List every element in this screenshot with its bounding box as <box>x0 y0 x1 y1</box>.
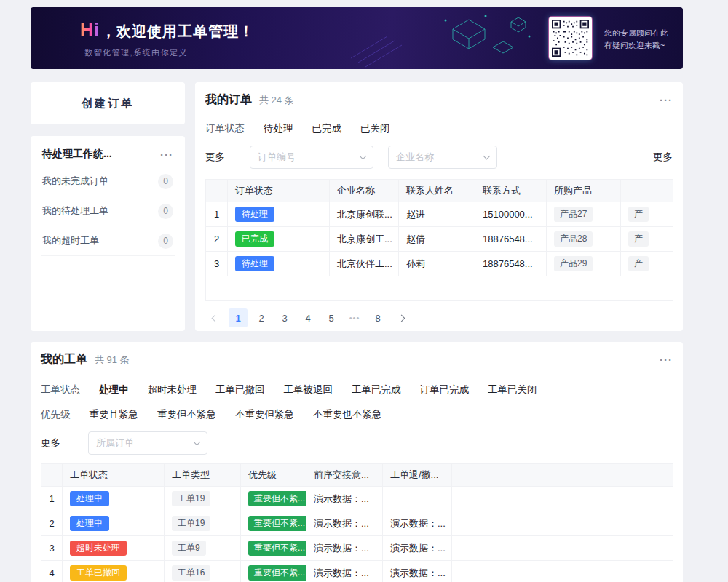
cell-priority: 重要但不紧... <box>241 536 306 561</box>
chevron-left-icon[interactable] <box>205 308 224 327</box>
filter-option-returned[interactable]: 工单被退回 <box>284 383 333 396</box>
cell-company: 北京伙伴工... <box>330 252 399 276</box>
more-filters-link[interactable]: 更多 <box>205 151 225 164</box>
filter-option-order-done[interactable]: 订单已完成 <box>420 383 470 396</box>
row-index: 2 <box>41 511 63 536</box>
cell-order-status: 已完成 <box>228 227 330 252</box>
priority-option-important-urgent[interactable]: 重要且紧急 <box>90 408 139 421</box>
page-button-last[interactable]: 8 <box>368 308 387 327</box>
cell-overflow <box>452 487 673 511</box>
stats-item-overtime-workorders[interactable]: 我的超时工单 0 <box>41 226 175 256</box>
order-no-select[interactable]: 订单编号 <box>250 146 373 169</box>
workorders-table: 工单状态 工单类型 优先级 前序交接意... 工单退/撤... 1 处理中 工单… <box>41 463 673 582</box>
count-badge: 0 <box>158 204 173 219</box>
priority-option-notimportant-urgent[interactable]: 不重要但紧急 <box>235 408 294 421</box>
filter-option-done[interactable]: 已完成 <box>312 122 342 135</box>
header-index <box>41 464 63 487</box>
status-badge: 超时未处理 <box>70 541 127 556</box>
cell-wo-status: 处理中 <box>63 487 165 511</box>
status-badge: 待处理 <box>235 207 274 222</box>
more-link-right[interactable]: 更多 <box>653 151 673 164</box>
banner-title: Hi ，欢迎使用工单管理！ <box>80 20 254 41</box>
priority-option-important-noturgent[interactable]: 重要但不紧急 <box>157 408 216 421</box>
page-button-3[interactable]: 3 <box>275 308 294 327</box>
parent-order-select[interactable]: 所属订单 <box>88 431 207 455</box>
table-row[interactable]: 1 待处理 北京康创联... 赵进 15100000... 产品27 产 <box>206 202 673 227</box>
stats-item-label: 我的未完成订单 <box>42 175 108 188</box>
status-badge: 已完成 <box>235 231 274 247</box>
my-workorders-card: 我的工单 共 91 条 ··· 工单状态 处理中 超时未处理 工单已撤回 工单被… <box>31 342 683 582</box>
row-index: 1 <box>41 487 63 511</box>
page-button-1[interactable]: 1 <box>229 308 248 327</box>
workorders-table-header-row: 工单状态 工单类型 优先级 前序交接意... 工单退/撤... <box>41 464 673 487</box>
cell-overflow <box>452 536 673 561</box>
row-index: 4 <box>41 561 63 582</box>
qr-code <box>549 17 592 60</box>
filter-option-overtime[interactable]: 超时未处理 <box>148 383 197 396</box>
cell-overflow <box>452 561 673 582</box>
more-icon[interactable]: ··· <box>160 149 173 160</box>
filter-option-wo-done[interactable]: 工单已完成 <box>352 383 401 396</box>
stats-item-label: 我的待处理工单 <box>42 204 108 218</box>
more-icon[interactable]: ··· <box>660 95 673 105</box>
chevron-right-icon[interactable] <box>392 308 411 327</box>
table-row[interactable]: 3 待处理 北京伙伴工... 孙莉 18876548... 产品29 产 <box>206 252 673 276</box>
create-order-label: 创建订单 <box>82 97 134 111</box>
count-badge: 0 <box>158 174 173 189</box>
table-row[interactable]: 2 处理中 工单19 重要但不紧... 演示数据：... 演示数据：... <box>41 511 673 536</box>
cell-withdraw: 演示数据：... <box>383 511 452 536</box>
cell-products-overflow: 产 <box>621 202 673 227</box>
orders-count: 共 24 条 <box>259 94 294 107</box>
table-row[interactable]: 3 超时未处理 工单9 重要但不紧... 演示数据：... 演示数据：... <box>41 536 673 561</box>
qr-caption-line1: 您的专属顾问在此 <box>604 27 668 39</box>
product-tag: 产品29 <box>554 256 593 271</box>
filter-option-withdrawn[interactable]: 工单已撤回 <box>215 383 265 396</box>
table-row[interactable]: 4 工单已撤回 工单16 重要但不紧... 演示数据：... 演示数据：... <box>41 561 673 582</box>
banner-decoration <box>344 7 562 69</box>
header-withdraw: 工单退/撤... <box>383 464 452 487</box>
page-button-2[interactable]: 2 <box>252 308 271 327</box>
cell-products-overflow: 产 <box>621 252 673 276</box>
row-index: 2 <box>206 227 228 252</box>
product-tag: 产品27 <box>554 207 593 222</box>
table-row[interactable]: 1 处理中 工单19 重要但不紧... 演示数据：... <box>41 487 673 511</box>
page-button-4[interactable]: 4 <box>298 308 317 327</box>
cell-order-status: 待处理 <box>228 252 330 276</box>
status-badge: 处理中 <box>70 516 109 531</box>
filter-option-closed[interactable]: 已关闭 <box>360 122 390 135</box>
cell-wo-status: 工单已撤回 <box>63 561 165 582</box>
filter-option-wo-closed[interactable]: 工单已关闭 <box>488 383 537 396</box>
row-index: 3 <box>41 536 63 561</box>
orders-table-header-row: 订单状态 企业名称 联系人姓名 联系方式 所购产品 <box>206 180 673 202</box>
company-select[interactable]: 企业名称 <box>388 146 497 169</box>
stats-item-label: 我的超时工单 <box>42 234 99 247</box>
empty-row <box>206 276 673 301</box>
chevron-down-icon <box>194 439 201 446</box>
table-row[interactable]: 2 已完成 北京康创工... 赵倩 18876548... 产品28 产 <box>206 227 673 252</box>
page-button-5[interactable]: 5 <box>322 308 341 327</box>
chevron-down-icon <box>483 153 491 160</box>
create-order-button[interactable]: 创建订单 <box>31 82 185 124</box>
stats-card-title: 待处理工作统... <box>42 148 112 161</box>
pagination-ellipsis[interactable]: ••• <box>345 308 364 327</box>
stats-item-unfinished-orders[interactable]: 我的未完成订单 0 <box>41 167 175 196</box>
filter-option-pending[interactable]: 待处理 <box>264 122 293 135</box>
priority-badge: 重要但不紧... <box>248 491 306 506</box>
priority-option-notimportant-noturgent[interactable]: 不重要也不紧急 <box>313 408 382 421</box>
workorders-card-title: 我的工单 <box>41 352 87 367</box>
cell-phone: 18876548... <box>475 252 547 276</box>
filter-option-processing[interactable]: 处理中 <box>99 383 129 396</box>
header-priority: 优先级 <box>241 464 306 487</box>
banner-hi-text: Hi <box>80 20 100 41</box>
priority-filter: 优先级 重要且紧急 重要但不紧急 不重要但紧急 不重要也不紧急 <box>41 408 673 421</box>
chevron-down-icon <box>360 153 367 160</box>
header-contact: 联系人姓名 <box>399 180 475 202</box>
stats-item-pending-workorders[interactable]: 我的待处理工单 0 <box>41 196 175 226</box>
cell-handover: 演示数据：... <box>306 487 383 511</box>
my-orders-card: 我的订单 共 24 条 ··· 订单状态 待处理 已完成 已关闭 更多 订单编号… <box>195 82 683 331</box>
cell-products: 产品28 <box>547 227 621 252</box>
more-icon[interactable]: ··· <box>660 354 673 365</box>
header-order-status: 订单状态 <box>228 180 330 202</box>
welcome-banner: Hi ，欢迎使用工单管理！ 数智化管理,系统由你定义 您的专属顾问在此 <box>31 7 683 69</box>
more-filters-link[interactable]: 更多 <box>41 436 60 450</box>
